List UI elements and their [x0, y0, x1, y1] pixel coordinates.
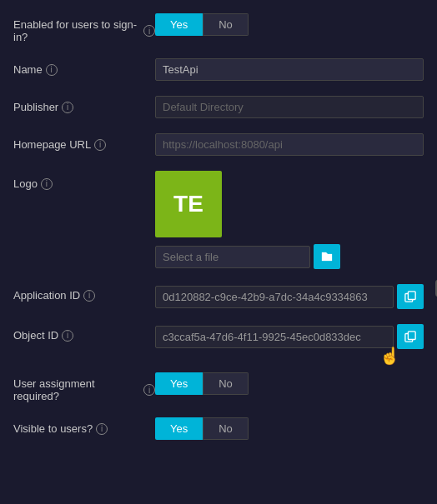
logo-preview: TE [155, 171, 222, 237]
enabled-no-button[interactable]: No [203, 13, 249, 36]
visible-label: Visible to users? i [13, 417, 155, 435]
name-row: Name i [13, 58, 424, 81]
homepage-info-icon[interactable]: i [94, 139, 106, 151]
user-assign-yes-button[interactable]: Yes [155, 372, 203, 395]
logo-row: Logo i TE [13, 171, 424, 269]
enabled-row: Enabled for users to sign-in? i Yes No [13, 13, 424, 43]
homepage-input[interactable] [155, 133, 424, 156]
file-input[interactable] [155, 246, 310, 268]
object-id-row: Object ID i ☝ [13, 324, 424, 349]
user-assign-label: User assignment required? i [13, 372, 155, 402]
logo-label: Logo i [13, 171, 155, 190]
enabled-label-text: Enabled for users to sign-in? [13, 18, 140, 43]
name-input[interactable] [155, 58, 424, 81]
visible-row: Visible to users? i Yes No [13, 417, 424, 440]
homepage-row: Homepage URL i [13, 133, 424, 156]
visible-label-text: Visible to users? [13, 422, 93, 435]
enabled-toggle-group: Yes No [155, 13, 249, 36]
svg-rect-1 [408, 292, 415, 300]
homepage-label: Homepage URL i [13, 133, 155, 151]
name-info-icon[interactable]: i [46, 64, 58, 76]
publisher-input [155, 96, 424, 118]
logo-initials: TE [173, 191, 203, 217]
object-id-input-wrap: ☝ [155, 324, 424, 349]
publisher-label: Publisher i [13, 96, 155, 113]
app-id-input-wrap: Click t [155, 284, 424, 309]
folder-icon [320, 250, 334, 263]
app-id-row: Application ID i Click t [13, 284, 424, 309]
homepage-input-wrap [155, 133, 424, 156]
app-id-input [155, 286, 394, 308]
form-container: Enabled for users to sign-in? i Yes No N… [0, 0, 437, 468]
object-id-info-icon[interactable]: i [62, 330, 73, 342]
enabled-yes-button[interactable]: Yes [155, 13, 203, 36]
visible-no-button[interactable]: No [203, 417, 249, 440]
user-assign-toggle-wrap: Yes No [155, 372, 424, 395]
app-id-copy-button[interactable] [397, 284, 424, 309]
publisher-row: Publisher i [13, 96, 424, 118]
homepage-label-text: Homepage URL [13, 138, 91, 151]
visible-yes-button[interactable]: Yes [155, 417, 203, 440]
enabled-info-icon[interactable]: i [143, 25, 155, 37]
copy-icon [404, 291, 416, 302]
name-label-text: Name [13, 63, 43, 76]
app-id-label: Application ID i [13, 284, 155, 302]
object-id-copy-button[interactable] [397, 324, 424, 349]
user-assign-row: User assignment required? i Yes No [13, 372, 424, 402]
enabled-toggle-group-wrap: Yes No [155, 13, 424, 36]
publisher-info-icon[interactable]: i [62, 102, 73, 113]
object-id-label: Object ID i [13, 324, 155, 342]
enabled-label: Enabled for users to sign-in? i [13, 13, 155, 43]
file-browse-button[interactable] [314, 244, 340, 269]
logo-info-icon[interactable]: i [41, 178, 53, 190]
logo-section: TE [155, 171, 340, 269]
object-id-input [155, 326, 394, 348]
user-assign-label-text: User assignment required? [13, 377, 140, 402]
name-input-wrap [155, 58, 424, 81]
name-label: Name i [13, 58, 155, 76]
file-select-row [155, 244, 340, 269]
app-id-info-icon[interactable]: i [83, 290, 95, 302]
visible-info-icon[interactable]: i [96, 423, 108, 435]
user-assign-toggle-group: Yes No [155, 372, 249, 395]
visible-toggle-wrap: Yes No [155, 417, 424, 440]
object-id-label-text: Object ID [13, 329, 58, 342]
copy-icon-2 [404, 331, 416, 342]
logo-label-text: Logo [13, 177, 38, 190]
app-id-label-text: Application ID [13, 289, 80, 302]
visible-toggle-group: Yes No [155, 417, 249, 440]
publisher-input-wrap [155, 96, 424, 118]
svg-rect-3 [408, 332, 415, 340]
user-assign-no-button[interactable]: No [203, 372, 249, 395]
user-assign-info-icon[interactable]: i [143, 384, 155, 396]
publisher-label-text: Publisher [13, 101, 58, 113]
